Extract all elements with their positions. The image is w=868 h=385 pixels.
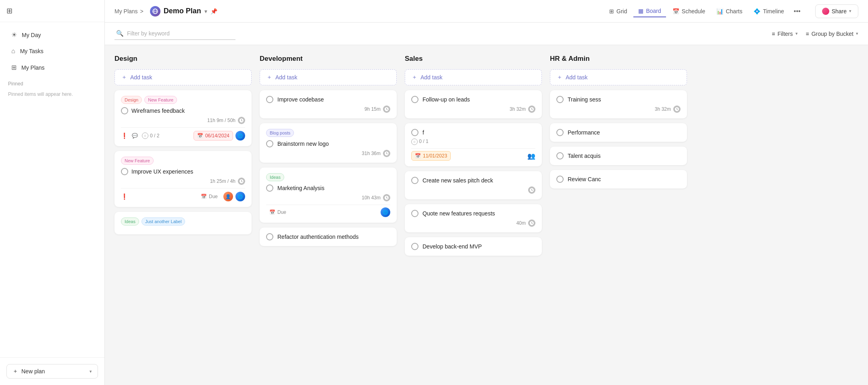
task-checkbox[interactable]: [121, 168, 128, 175]
card-labels: Ideas Just another Label: [114, 212, 252, 234]
nav-view-charts[interactable]: 📊 Charts: [712, 6, 747, 17]
group-by-button[interactable]: ≡ Group by Bucket ▾: [806, 31, 858, 37]
chevron-down-icon: ▾: [90, 369, 92, 374]
timer-icon: [238, 178, 245, 185]
time-value: 40m: [516, 220, 526, 226]
add-task-label: Add task: [566, 74, 587, 81]
sidebar-item-label: My Plans: [21, 64, 45, 71]
task-checkbox[interactable]: [121, 107, 128, 114]
task-checkbox[interactable]: [556, 96, 564, 103]
tag-ideas[interactable]: Ideas: [121, 217, 139, 226]
schedule-view-icon: 📅: [672, 8, 679, 14]
grid-view-label: Grid: [616, 8, 627, 14]
card-time: 3h 32m: [556, 106, 681, 113]
share-button[interactable]: Share ▾: [815, 4, 858, 18]
card-title-row: Performance: [556, 129, 681, 136]
card-wireframes: Design New Feature Wireframes feedback 1…: [114, 90, 252, 146]
nav-more-button[interactable]: •••: [791, 5, 804, 17]
design-add-task-button[interactable]: ＋ Add task: [114, 69, 252, 85]
task-checkbox[interactable]: [556, 129, 564, 136]
nav-view-schedule[interactable]: 📅 Schedule: [668, 6, 710, 17]
card-f: f ○ 0 / 1 📅 11/01/2023 👥: [405, 123, 542, 166]
tag-just-label[interactable]: Just another Label: [142, 217, 185, 226]
plus-icon: ＋: [266, 74, 272, 81]
breadcrumb-plans[interactable]: My Plans: [114, 8, 138, 14]
timer-icon: [528, 186, 535, 194]
sidebar-item-my-day[interactable]: ☀ My Day: [3, 27, 101, 43]
card-refactor: Refactor authentication methods: [260, 228, 397, 246]
task-checkbox[interactable]: [556, 152, 564, 159]
timer-icon: [528, 219, 535, 227]
nav-views: ⊞ Grid ▦ Board 📅 Schedule 📊 Charts 💠 Tim…: [604, 5, 804, 17]
charts-view-icon: 📊: [716, 8, 723, 14]
time-value: 11h 9m / 50h: [207, 118, 235, 123]
pin-icon[interactable]: 📌: [210, 8, 217, 14]
schedule-view-label: Schedule: [682, 8, 705, 14]
date-value: 11/01/2023: [423, 153, 447, 159]
card-time: 40m: [411, 219, 535, 227]
task-checkbox[interactable]: [411, 177, 418, 184]
calendar-icon: 📅: [197, 133, 203, 139]
breadcrumb-separator: >: [140, 8, 144, 14]
development-add-task-button[interactable]: ＋ Add task: [260, 69, 397, 85]
task-checkbox[interactable]: [556, 176, 564, 183]
avatar: 🌐: [381, 207, 390, 217]
task-checkbox[interactable]: [411, 243, 418, 250]
card-tags: Design New Feature: [121, 96, 245, 104]
card-tags: New Feature: [121, 157, 245, 165]
breadcrumb: My Plans >: [114, 8, 144, 14]
sales-add-task-button[interactable]: ＋ Add task: [405, 69, 542, 85]
group-chevron: ▾: [856, 31, 858, 36]
column-design-header: Design: [114, 53, 252, 64]
hr-add-task-button[interactable]: ＋ Add task: [550, 69, 687, 85]
task-checkbox[interactable]: [266, 96, 273, 103]
task-checkbox[interactable]: [266, 140, 273, 147]
task-checkbox[interactable]: [411, 210, 418, 217]
tag-ideas[interactable]: Ideas: [266, 173, 284, 181]
pinned-empty-message: Pinned items will appear here.: [0, 88, 104, 100]
comment-icon: 💬: [132, 133, 138, 139]
timer-icon: [383, 194, 390, 201]
card-title: Review Canc: [568, 176, 681, 182]
task-checkbox[interactable]: [266, 184, 273, 192]
date-value: Due: [277, 209, 286, 215]
task-checkbox[interactable]: [411, 129, 418, 136]
assign-icon: 👥: [527, 152, 535, 160]
timer-icon: [383, 106, 390, 113]
sidebar-item-my-plans[interactable]: ⊞ My Plans: [3, 60, 101, 75]
sidebar-item-label: My Day: [22, 32, 41, 38]
add-task-label: Add task: [275, 74, 297, 81]
tag-new-feature[interactable]: New Feature: [144, 96, 177, 104]
tag-new-feature[interactable]: New Feature: [121, 157, 154, 165]
time-value: 3h 32m: [510, 106, 526, 112]
card-tags: Blog posts: [266, 129, 390, 137]
task-checkbox[interactable]: [411, 96, 418, 103]
card-title-row: f: [411, 129, 535, 136]
card-time: 3h 32m: [411, 106, 535, 113]
filter-chevron: ▾: [795, 31, 798, 36]
column-hr-header: HR & Admin: [550, 53, 687, 64]
topbar: My Plans > Demo Plan ▾ 📌 ⊞ Grid ▦ Board …: [105, 0, 868, 23]
new-plan-button[interactable]: ＋ New plan ▾: [6, 364, 98, 379]
search-input[interactable]: [127, 30, 234, 37]
task-checkbox[interactable]: [266, 233, 273, 240]
card-training: Training sess 3h 32m: [550, 90, 687, 118]
nav-view-timeline[interactable]: 💠 Timeline: [749, 6, 789, 17]
filters-label: Filters: [777, 31, 793, 37]
filters-button[interactable]: ≡ Filters ▾: [772, 31, 797, 37]
sidebar-toggle-button[interactable]: ⊞: [6, 6, 12, 15]
search-bar[interactable]: 🔍: [114, 27, 235, 40]
card-title-row: Quote new features requests: [411, 210, 535, 217]
group-icon: ≡: [806, 31, 809, 37]
card-talent: Talent acquis: [550, 147, 687, 165]
date-badge: 📅 Due: [198, 192, 221, 201]
nav-view-board[interactable]: ▦ Board: [633, 5, 666, 17]
tag-design[interactable]: Design: [121, 96, 142, 104]
sidebar-item-my-tasks[interactable]: ⌂ My Tasks: [3, 43, 101, 59]
nav-view-grid[interactable]: ⊞ Grid: [604, 6, 632, 17]
charts-view-label: Charts: [726, 8, 742, 14]
tag-blog[interactable]: Blog posts: [266, 129, 294, 137]
plan-title-chevron[interactable]: ▾: [204, 8, 207, 14]
add-task-label: Add task: [130, 74, 152, 81]
column-design: Design ＋ Add task Design New Feature Wir…: [114, 53, 252, 377]
